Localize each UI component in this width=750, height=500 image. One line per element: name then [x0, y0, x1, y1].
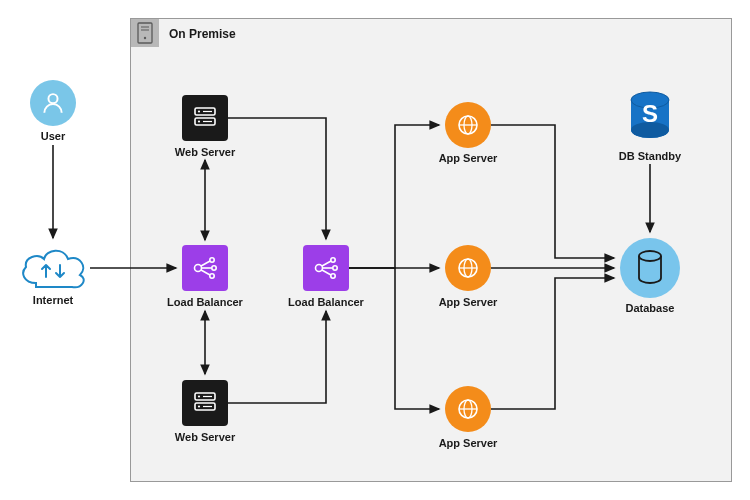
cloud-icon	[16, 243, 90, 293]
svg-point-12	[316, 265, 323, 272]
load-balancer-1-node	[182, 245, 228, 291]
app-server-3-label: App Server	[423, 437, 513, 449]
svg-line-9	[201, 261, 210, 266]
load-balancer-1-label: Load Balancer	[160, 296, 250, 308]
app-server-icon	[455, 112, 481, 138]
svg-point-15	[331, 274, 335, 278]
app-server-2-node	[445, 245, 491, 291]
user-node	[30, 80, 76, 126]
svg-point-4	[48, 94, 57, 103]
svg-rect-0	[138, 23, 152, 43]
svg-line-16	[322, 261, 331, 266]
load-balancer-2-label: Load Balancer	[281, 296, 371, 308]
app-server-2-label: App Server	[423, 296, 513, 308]
user-label: User	[8, 130, 98, 142]
diagram-canvas: On Premise User Internet Load Balancer	[0, 0, 750, 500]
svg-point-23	[198, 120, 200, 122]
svg-point-27	[198, 395, 200, 397]
svg-point-21	[198, 110, 200, 112]
database-icon	[635, 250, 665, 286]
server-icon	[191, 104, 219, 132]
internet-label: Internet	[8, 294, 98, 306]
app-server-1-label: App Server	[423, 152, 513, 164]
svg-point-5	[195, 265, 202, 272]
on-premise-title: On Premise	[169, 27, 236, 41]
load-balancer-2-node	[303, 245, 349, 291]
app-server-3-node	[445, 386, 491, 432]
svg-point-8	[210, 274, 214, 278]
svg-point-44	[639, 251, 661, 261]
svg-point-3	[144, 37, 146, 39]
web-server-1-label: Web Server	[160, 146, 250, 158]
web-server-2-node	[182, 380, 228, 426]
user-icon	[40, 90, 66, 116]
svg-point-13	[331, 258, 335, 262]
db-standby-icon: S	[625, 90, 675, 146]
database-node	[620, 238, 680, 298]
app-server-1-node	[445, 102, 491, 148]
server-icon	[131, 19, 159, 47]
db-standby-label: DB Standby	[605, 150, 695, 162]
server-icon	[191, 389, 219, 417]
database-label: Database	[605, 302, 695, 314]
svg-line-11	[201, 270, 210, 275]
web-server-2-label: Web Server	[160, 431, 250, 443]
load-balancer-icon	[190, 253, 220, 283]
app-server-icon	[455, 255, 481, 281]
svg-point-29	[198, 405, 200, 407]
load-balancer-icon	[311, 253, 341, 283]
web-server-1-node	[182, 95, 228, 141]
svg-point-7	[212, 266, 216, 270]
svg-point-14	[333, 266, 337, 270]
internet-node	[16, 243, 90, 293]
app-server-icon	[455, 396, 481, 422]
svg-line-18	[322, 270, 331, 275]
svg-point-6	[210, 258, 214, 262]
db-standby-node: S	[625, 90, 675, 146]
svg-text:S: S	[642, 100, 658, 127]
